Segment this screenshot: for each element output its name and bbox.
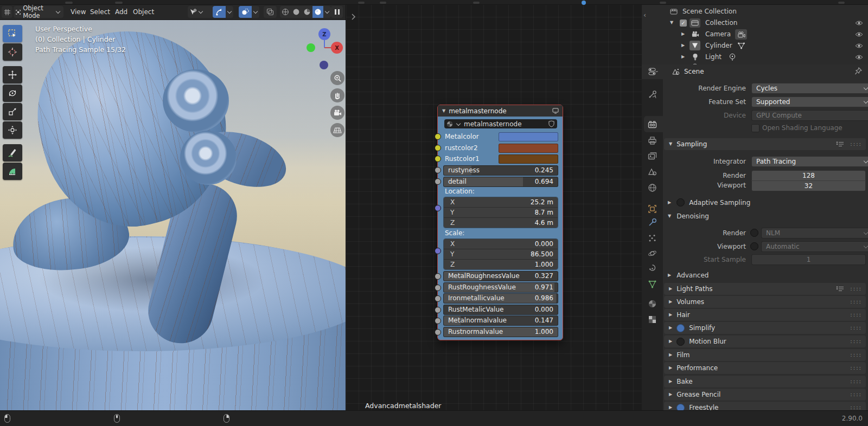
shading-material-button[interactable]	[302, 6, 312, 18]
tab-modifiers[interactable]	[648, 218, 657, 227]
menu-object[interactable]: Object	[131, 4, 156, 20]
socket-rustroughness[interactable]	[435, 285, 441, 291]
denoise-viewport-dropdown[interactable]: Automatic	[761, 241, 868, 252]
tool-annotate[interactable]	[3, 144, 22, 162]
device-dropdown[interactable]: GPU Compute	[751, 110, 868, 121]
tool-cursor[interactable]	[3, 43, 22, 61]
panel-bake[interactable]: ▶ Bake ::::	[664, 376, 866, 388]
outliner-row-light[interactable]: ▶ Light	[642, 51, 868, 63]
gizmo-minus-axis[interactable]	[320, 61, 328, 69]
feature-set-dropdown[interactable]: Supported	[751, 96, 868, 107]
tab-output[interactable]	[648, 136, 657, 145]
osl-checkbox[interactable]	[751, 124, 760, 132]
slider-rustmetalicvalue[interactable]: RustMetalicValue 0.000	[443, 305, 558, 315]
tool-measure[interactable]	[3, 163, 22, 180]
simplify-checkbox[interactable]	[676, 324, 685, 332]
tool-transform[interactable]	[3, 121, 22, 139]
xray-toggle[interactable]	[264, 6, 277, 18]
gizmo-toggle[interactable]	[213, 6, 226, 18]
outliner-row-collection[interactable]: ▼ ✓ Collection	[642, 17, 868, 29]
outliner-row-scene-collection[interactable]: Scene Collection	[642, 6, 868, 17]
tab-constraints[interactable]	[648, 264, 657, 273]
tab-tool[interactable]	[648, 90, 657, 99]
socket-location[interactable]	[435, 205, 441, 211]
menu-view[interactable]: View	[68, 4, 88, 20]
color-swatch-metalcolor[interactable]	[499, 132, 558, 141]
zoom-button[interactable]	[330, 71, 344, 85]
vector-row-x[interactable]: X0.000	[444, 239, 558, 249]
socket-rustnormal[interactable]	[435, 329, 441, 335]
camera-view-button[interactable]	[330, 106, 344, 120]
properties-editor-icon[interactable]	[648, 68, 658, 76]
node-header[interactable]: ▼ metalmasternode	[438, 105, 563, 117]
drag-dots-icon[interactable]: ::::	[850, 312, 861, 318]
shading-solid-button[interactable]	[291, 6, 302, 18]
location-vector-field[interactable]: X25.2 m Y8.7 m Z4.6 m	[443, 197, 558, 228]
socket-rustcolor1[interactable]	[435, 156, 441, 162]
overlays-dropdown[interactable]	[252, 6, 259, 18]
node-metalmasternode[interactable]: ▼ metalmasternode metalmasternode Metalc…	[437, 105, 563, 340]
vector-row-x[interactable]: X25.2 m	[444, 197, 558, 208]
drag-dots-icon[interactable]: ::::	[850, 141, 861, 147]
vector-row-y[interactable]: Y8.7 m	[444, 208, 558, 218]
tab-scene[interactable]	[648, 167, 657, 177]
tool-select-box[interactable]	[3, 25, 22, 42]
denoising-header[interactable]: ▼ Denoising	[668, 212, 709, 220]
slider-metalnormalvalue[interactable]: Metalnormalvalue 0.147	[443, 315, 558, 326]
tab-view-layer[interactable]	[648, 152, 657, 161]
socket-rustcolor2[interactable]	[435, 145, 441, 151]
panel-sampling[interactable]: ▼ Sampling ::::	[664, 138, 866, 150]
tab-render[interactable]	[648, 120, 657, 129]
integrator-dropdown[interactable]: Path Tracing	[751, 156, 868, 167]
socket-rustyness[interactable]	[435, 167, 441, 173]
tool-rotate[interactable]	[3, 85, 22, 102]
tab-texture[interactable]	[648, 315, 657, 324]
socket-rustmetalic[interactable]	[435, 307, 441, 313]
slider-rustnormalvalue[interactable]: Rustnormalvalue 1.000	[443, 327, 558, 337]
tab-material[interactable]	[648, 299, 657, 308]
socket-metalcolor[interactable]	[435, 133, 441, 140]
color-swatch-rustcolor2[interactable]	[499, 144, 558, 153]
collection-checkbox[interactable]: ✓	[680, 20, 687, 27]
gizmo-dropdown[interactable]	[226, 6, 233, 18]
advanced-row[interactable]: ▶ Advanced	[668, 272, 709, 279]
adaptive-sampling-row[interactable]: ▶ Adaptive Sampling	[668, 198, 750, 206]
denoise-viewport-checkbox[interactable]	[750, 242, 758, 250]
start-sample-field[interactable]: 1	[751, 254, 866, 265]
pause-render-button[interactable]	[331, 6, 343, 18]
drag-dots-icon[interactable]: ::::	[850, 379, 861, 384]
drag-dots-icon[interactable]: ::::	[850, 299, 861, 305]
slider-metalroughnessvalue[interactable]: MetalRoughnessValue 0.327	[443, 271, 558, 281]
expand-icon[interactable]: ▶	[681, 55, 685, 59]
panel-volumes[interactable]: ▶ Volumes ::::	[664, 296, 866, 308]
vector-row-y[interactable]: Y86.500	[444, 249, 558, 260]
panel-motion-blur[interactable]: ▶ Motion Blur ::::	[664, 335, 866, 347]
panel-simplify[interactable]: ▶ Simplify ::::	[664, 322, 866, 334]
hide-eye-icon[interactable]	[855, 31, 863, 37]
grid-toggle-button[interactable]	[330, 123, 344, 137]
shading-wireframe-button[interactable]	[280, 6, 291, 18]
shading-dropdown[interactable]	[323, 6, 331, 18]
socket-detail[interactable]	[435, 178, 441, 185]
drag-dots-icon[interactable]: ::::	[850, 392, 861, 397]
editor-type-button[interactable]	[2, 6, 12, 18]
drag-dots-icon[interactable]: ::::	[850, 352, 861, 358]
pan-button[interactable]	[330, 88, 344, 102]
hide-eye-icon[interactable]	[855, 20, 863, 26]
fake-user-shield-icon[interactable]	[548, 120, 554, 127]
drag-dots-icon[interactable]: ::::	[850, 325, 861, 331]
expand-icon[interactable]: ▶	[681, 43, 685, 48]
menu-select[interactable]: Select	[88, 4, 112, 20]
tab-world[interactable]	[648, 183, 657, 192]
samples-render-field[interactable]: 128	[751, 170, 866, 181]
drag-dots-icon[interactable]: ::::	[850, 365, 861, 371]
panel-freestyle[interactable]: ▶ Freestyle ::::	[664, 402, 866, 410]
denoise-render-checkbox[interactable]	[750, 229, 758, 237]
tab-physics[interactable]	[648, 249, 657, 258]
panel-film[interactable]: ▶ Film ::::	[664, 349, 866, 361]
panel-performance[interactable]: ▶ Performance ::::	[664, 362, 866, 374]
render-engine-dropdown[interactable]: Cycles	[751, 83, 868, 94]
socket-metalroughness[interactable]	[435, 273, 441, 280]
presets-icon[interactable]	[836, 286, 844, 292]
drag-dots-icon[interactable]: ::::	[850, 286, 861, 292]
